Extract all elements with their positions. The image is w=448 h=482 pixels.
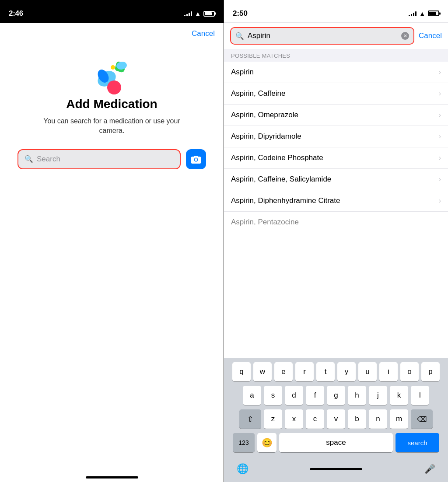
chevron-right-icon: › (439, 90, 441, 98)
search-box[interactable]: 🔍 Search (18, 149, 181, 169)
wifi-icon: ▲ (195, 10, 201, 17)
battery-icon (203, 11, 215, 17)
list-item[interactable]: Aspirin, Codeine Phosphate › (224, 147, 448, 169)
right-status-icons: ▲ (409, 10, 439, 17)
svg-point-4 (107, 80, 121, 94)
keyboard-row-4: 123 😊 space search (226, 433, 446, 452)
list-item[interactable]: Aspirin › (224, 62, 448, 83)
key-p[interactable]: p (421, 362, 440, 381)
list-item[interactable]: Aspirin, Pentazocine (224, 212, 448, 233)
signal-bars-icon (184, 11, 192, 16)
search-row: 🔍 Search (13, 149, 210, 169)
key-v[interactable]: v (327, 409, 345, 429)
left-content: Add Medication You can search for a medi… (0, 45, 224, 467)
chevron-right-icon: › (439, 154, 441, 162)
space-key[interactable]: space (279, 433, 393, 452)
result-name: Aspirin (231, 68, 254, 77)
right-wifi-icon: ▲ (419, 10, 425, 17)
key-f[interactable]: f (306, 386, 324, 405)
right-battery-icon (428, 10, 439, 16)
key-k[interactable]: k (390, 386, 408, 405)
key-d[interactable]: d (285, 386, 303, 405)
camera-icon (191, 155, 201, 164)
right-cancel-button[interactable]: Cancel (419, 31, 442, 40)
possible-matches-label: POSSIBLE MATCHES (224, 49, 448, 62)
home-bar (310, 468, 362, 470)
search-key[interactable]: search (396, 433, 439, 452)
key-c[interactable]: c (306, 409, 324, 429)
key-a[interactable]: a (243, 386, 261, 405)
key-n[interactable]: n (369, 409, 387, 429)
result-name: Aspirin, Codeine Phosphate (231, 154, 323, 162)
left-cancel-button[interactable]: Cancel (192, 29, 215, 38)
search-placeholder: Search (37, 155, 60, 164)
left-phone: 2:46 ▲ Cancel (0, 0, 224, 482)
list-item[interactable]: Aspirin, Diphenhydramine Citrate › (224, 190, 448, 212)
search-header: 🔍 Aspirin ✕ Cancel (224, 23, 448, 49)
keyboard: q w e r t y u i o p a s d f g h j k l ⇧ … (224, 358, 448, 482)
chevron-right-icon: › (439, 197, 441, 205)
key-x[interactable]: x (285, 409, 303, 429)
key-m[interactable]: m (390, 409, 408, 429)
add-medication-subtitle: You can search for a medication or use y… (42, 116, 182, 136)
right-phone: 2:50 ▲ 🔍 Aspirin ✕ Cancel POSSIBLE MATCH… (224, 0, 448, 482)
keyboard-row-2: a s d f g h j k l (226, 386, 446, 405)
medication-illustration (90, 58, 134, 97)
result-name: Aspirin, Diphenhydramine Citrate (231, 196, 340, 205)
right-time: 2:50 (233, 9, 248, 18)
svg-point-7 (195, 158, 197, 161)
clear-search-button[interactable]: ✕ (401, 32, 409, 40)
left-home-indicator (0, 467, 224, 482)
key-j[interactable]: j (369, 386, 387, 405)
chevron-right-icon: › (439, 133, 441, 140)
shift-key[interactable]: ⇧ (239, 409, 261, 429)
result-name-partial: Aspirin, Pentazocine (231, 218, 299, 227)
microphone-icon[interactable]: 🎤 (420, 459, 439, 479)
result-name: Aspirin, Caffeine, Salicylamide (231, 175, 331, 184)
list-item[interactable]: Aspirin, Dipyridamole › (224, 126, 448, 147)
key-s[interactable]: s (264, 386, 282, 405)
list-item[interactable]: Aspirin, Caffeine › (224, 83, 448, 105)
add-medication-title: Add Medication (66, 97, 157, 111)
key-z[interactable]: z (264, 409, 282, 429)
key-q[interactable]: q (232, 362, 251, 381)
emoji-key[interactable]: 😊 (257, 433, 276, 452)
list-item[interactable]: Aspirin, Omeprazole › (224, 105, 448, 126)
globe-icon[interactable]: 🌐 (233, 459, 252, 479)
result-name: Aspirin, Dipyridamole (231, 132, 301, 141)
key-l[interactable]: l (411, 386, 429, 405)
keyboard-row-1: q w e r t y u i o p (226, 362, 446, 381)
search-icon: 🔍 (24, 155, 33, 163)
key-y[interactable]: y (337, 362, 356, 381)
svg-point-5 (111, 65, 115, 70)
key-t[interactable]: t (316, 362, 335, 381)
chevron-right-icon: › (439, 68, 441, 76)
numbers-key[interactable]: 123 (233, 433, 255, 452)
result-name: Aspirin, Omeprazole (231, 111, 298, 119)
search-input-active[interactable]: 🔍 Aspirin ✕ (230, 27, 414, 45)
list-item[interactable]: Aspirin, Caffeine, Salicylamide › (224, 169, 448, 190)
key-r[interactable]: r (295, 362, 314, 381)
left-status-icons: ▲ (184, 10, 215, 17)
right-status-bar: 2:50 ▲ (224, 0, 448, 23)
left-status-bar: 2:46 ▲ (0, 0, 224, 23)
result-name: Aspirin, Caffeine (231, 89, 285, 98)
key-g[interactable]: g (327, 386, 345, 405)
key-w[interactable]: w (253, 362, 272, 381)
key-b[interactable]: b (348, 409, 366, 429)
results-list: Aspirin › Aspirin, Caffeine › Aspirin, O… (224, 62, 448, 358)
camera-button[interactable] (186, 149, 206, 169)
keyboard-row-3: ⇧ z x c v b n m ⌫ (226, 409, 446, 429)
search-input-value: Aspirin (248, 31, 398, 40)
key-u[interactable]: u (358, 362, 377, 381)
delete-key[interactable]: ⌫ (411, 409, 433, 429)
chevron-right-icon: › (439, 111, 441, 119)
left-top-bar: Cancel (0, 23, 224, 45)
chevron-right-icon: › (439, 175, 441, 183)
key-i[interactable]: i (379, 362, 398, 381)
key-e[interactable]: e (274, 362, 293, 381)
key-h[interactable]: h (348, 386, 366, 405)
keyboard-bottom: 🌐 🎤 (226, 457, 446, 482)
key-o[interactable]: o (400, 362, 419, 381)
left-time: 2:46 (9, 9, 23, 18)
